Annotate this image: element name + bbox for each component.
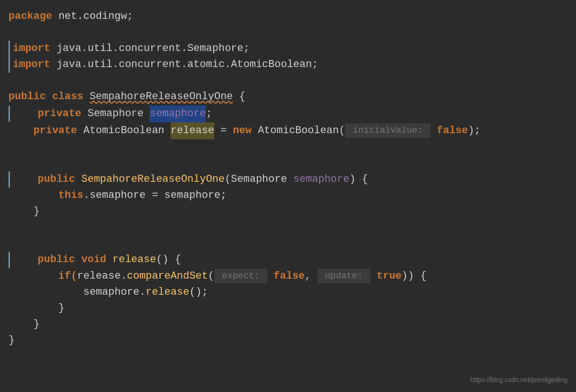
code-line-close-if: } (8, 300, 571, 316)
code-line-close-constructor: } (8, 204, 571, 220)
keyword-package: package (8, 9, 59, 25)
code-line-semaphore-release: semaphore.release(); (8, 284, 571, 300)
code-line-close-class: } (8, 332, 571, 349)
code-editor: package net.codingw; import java.util.co… (0, 0, 576, 392)
code-line-blank-2 (8, 73, 571, 89)
code-line-this-semaphore: this.semaphore = semaphore; (8, 187, 571, 204)
code-line-import1: import java.util.concurrent.Semaphore; (8, 41, 571, 57)
code-line-1: package net.codingw; (8, 9, 571, 25)
line-accent-bar (8, 41, 10, 57)
code-line-if: if(release.compareAndSet( expect: false,… (8, 268, 571, 284)
code-line-blank-3 (8, 139, 571, 155)
code-line-method-release: public void release() { (8, 252, 571, 268)
code-line-field2: private AtomicBoolean release = new Atom… (8, 122, 571, 139)
code-line-close-method: } (8, 316, 571, 332)
code-line-blank-4 (8, 155, 571, 171)
url-credit: https://blog.csdn.net/prestigeding (471, 375, 568, 385)
line-accent-bar (8, 57, 10, 73)
code-line-import2: import java.util.concurrent.atomic.Atomi… (8, 57, 571, 73)
code-line-constructor: public SempahoreReleaseOnlyOne(Semaphore… (8, 171, 571, 187)
code-line-blank-1 (8, 25, 571, 41)
code-line-class: public class SempahoreReleaseOnlyOne { (8, 89, 571, 105)
code-line-blank-6 (8, 236, 571, 252)
code-line-blank-5 (8, 220, 571, 236)
code-line-field1: private Semaphore semaphore; (8, 105, 571, 122)
